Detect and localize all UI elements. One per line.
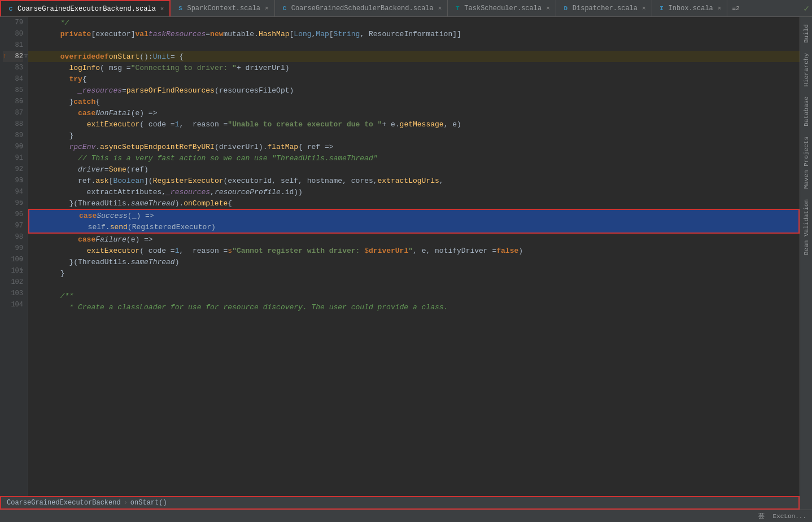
ln-98: 98 — [3, 231, 23, 243]
tab-label-2: SparkContext.scala — [187, 5, 260, 12]
method-exitexecutor-88: exitExecutor — [87, 120, 140, 129]
scala-icon: C — [7, 5, 15, 13]
code-line-87: case NonFatal(e) => — [28, 107, 800, 119]
type-boolean: Boolean — [113, 177, 144, 185]
tab-dispatcher[interactable]: D Dispatcher.scala × — [556, 0, 652, 16]
str-unable: "Unable to create executor due to " — [228, 120, 382, 129]
code-line-88: exitExecutor( code = 1, reason = "Unable… — [28, 119, 800, 130]
code-line-96: case Success(_) => — [29, 210, 798, 221]
fold-icon-86[interactable]: ▽ — [20, 96, 23, 107]
sidebar-tab-build[interactable]: Build — [802, 20, 811, 47]
tab-spark-context[interactable]: S SparkContext.scala × — [171, 0, 274, 16]
status-text: ExcLon... — [773, 513, 806, 520]
fold-icon-95[interactable]: ▽ — [20, 198, 23, 209]
sidebar-tab-database[interactable]: Database — [802, 92, 811, 131]
method-some: Some — [109, 165, 126, 174]
ln-93: 93 ▽ — [3, 175, 23, 186]
ln-103: 103 — [3, 288, 23, 299]
fold-icon-100[interactable]: ▽ — [20, 254, 23, 265]
tab-label-4: TaskScheduler.scala — [464, 5, 542, 12]
code-line-95: }(ThreadUtils.sameThread).onComplete { — [28, 198, 800, 209]
code-text-79: */ — [34, 19, 69, 27]
method-samethread-100: sameThread — [131, 258, 175, 266]
tab-task-scheduler[interactable]: T TaskScheduler.scala × — [448, 0, 556, 16]
field-resources: _resources — [78, 86, 122, 95]
method-samethread-95: sameThread — [131, 199, 175, 208]
code-line-85: _resources = parseOrFindResources(resour… — [28, 85, 800, 96]
field-driver: driver — [78, 165, 104, 174]
ln-83: 83 — [3, 62, 23, 73]
scala-icon-4: D — [562, 5, 570, 12]
kw-catch: catch — [73, 98, 95, 106]
kw-private: private — [60, 30, 91, 38]
code-line-86: } catch { — [28, 96, 800, 107]
ln-85: 85 — [3, 85, 23, 96]
method-oncomplete: onComplete — [184, 199, 228, 208]
fold-icon-93[interactable]: ▽ — [20, 175, 23, 186]
fold-icon-101[interactable]: ▽ — [20, 265, 23, 277]
tab-label-6: Inbox.scala — [669, 5, 713, 12]
sidebar-tab-bean[interactable]: Bean Validation — [802, 195, 811, 260]
code-line-97: self.send(RegisteredExecutor) — [29, 221, 798, 233]
breadcrumb-class[interactable]: CoarseGrainedExecutorBackend — [7, 499, 121, 507]
tab-coarse-grained-scheduler[interactable]: C CoarseGrainedSchedulerBackend.scala × — [275, 0, 448, 16]
fold-icon-82[interactable]: ▽ — [2, 51, 28, 62]
success: Success — [97, 212, 128, 220]
kw-def: def — [95, 52, 108, 61]
field-taskresources: taskResources — [149, 30, 206, 38]
ln-84: 84 — [3, 73, 23, 85]
code-line-102 — [28, 279, 800, 290]
breadcrumb-method[interactable]: onStart() — [130, 499, 167, 507]
close-icon[interactable]: × — [160, 6, 164, 12]
kw-case-98: case — [78, 235, 95, 244]
method-hashmap: HashMap — [259, 30, 290, 38]
method-asyncsetup: asyncSetupEndpointRefByURI — [100, 143, 215, 151]
type-string: String — [334, 30, 360, 38]
field-rpcenv: rpcEnv — [69, 143, 95, 151]
tab-inbox[interactable]: I Inbox.scala × — [652, 0, 728, 16]
close-icon-3[interactable]: × — [438, 5, 442, 12]
method-flatmap: flatMap — [268, 143, 299, 151]
code-line-80: private[executor] val taskResources = ne… — [28, 28, 800, 40]
close-icon-4[interactable]: × — [546, 5, 550, 12]
code-line-82: override def onStart(): Unit = { — [28, 51, 800, 62]
ln-99: 99 — [3, 243, 23, 254]
ln-95: 95 ▽ — [3, 198, 23, 209]
method-ask: ask — [95, 177, 108, 185]
close-icon-2[interactable]: × — [265, 5, 269, 12]
tab-more[interactable]: ≡2 — [727, 0, 744, 16]
check-icon: ✓ — [804, 3, 809, 14]
kw-val: val — [135, 30, 148, 38]
registered-executor: RegisteredExecutor — [132, 223, 211, 231]
fold-icon-90[interactable]: ▽ — [20, 141, 23, 152]
comment-103: /** — [60, 292, 73, 300]
ln-96: 96 — [3, 209, 23, 220]
sidebar-tab-maven[interactable]: Maven Projects — [802, 132, 811, 193]
kw-try: try — [69, 75, 82, 84]
code-editor[interactable]: 79 80 81 ↑ 82 ▽ 83 84 85 86 ▽ 87 88 89 — [0, 17, 800, 496]
type-icon: T — [453, 5, 461, 12]
failure: Failure — [95, 235, 126, 244]
ln-92: 92 — [3, 164, 23, 175]
kw-new: new — [210, 30, 223, 38]
tab-label: CoarseGrainedExecutorBackend.scala — [18, 5, 156, 13]
status-icon: 芸 — [758, 512, 765, 520]
code-line-104: * Create a classLoader for use for resou… — [28, 301, 800, 313]
comment-104: * Create a classLoader for use for resou… — [69, 303, 448, 312]
method-parseorfind: parseOrFindResources — [126, 86, 215, 95]
tab-label-5: Dispatcher.scala — [573, 5, 638, 12]
code-line-103: /** — [28, 290, 800, 301]
close-icon-6[interactable]: × — [718, 5, 722, 12]
code-content-area[interactable]: */ private[executor] val taskResources =… — [28, 17, 800, 496]
code-line-94: extractAttributes, _resources, resourceP… — [28, 186, 800, 198]
ln-97: 97 — [3, 220, 23, 231]
ln-89: 89 — [3, 130, 23, 141]
breadcrumb-bar: CoarseGrainedExecutorBackend › onStart() — [0, 496, 800, 510]
close-icon-5[interactable]: × — [642, 5, 646, 12]
kw-false: false — [496, 247, 518, 255]
tab-coarse-grained-executor[interactable]: C CoarseGrainedExecutorBackend.scala × — [0, 0, 171, 16]
method-loginfo: logInfo — [69, 64, 100, 72]
sidebar-tab-hierarchy[interactable]: Hierarchy — [802, 49, 811, 91]
method-send: send — [110, 223, 128, 231]
kw-override: override — [60, 52, 95, 61]
